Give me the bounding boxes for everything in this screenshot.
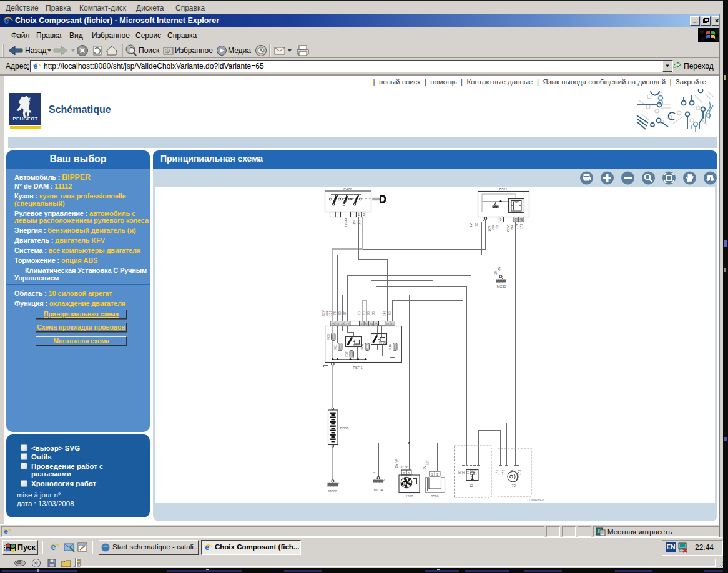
svg-text:16: 16 [336, 322, 340, 326]
svg-text:5: 5 [372, 471, 376, 473]
svg-text:29: 29 [495, 225, 499, 229]
svg-text:NR: NR [510, 225, 514, 230]
svg-text:MC14: MC14 [374, 488, 383, 492]
svg-text:2: 2 [436, 473, 438, 476]
svg-text:12--: 12-- [470, 484, 476, 487]
svg-text:PEUGEOT: PEUGEOT [12, 116, 37, 122]
svg-text:F07: F07 [345, 351, 348, 357]
svg-text:44: 44 [514, 218, 518, 222]
svg-text:12: 12 [391, 322, 395, 326]
svg-text:1: 1 [431, 473, 433, 476]
svg-text:CA00: CA00 [343, 187, 352, 191]
svg-text:PSF 1: PSF 1 [353, 366, 362, 370]
svg-text:29: 29 [370, 322, 373, 326]
svg-text:29: 29 [494, 271, 498, 275]
svg-text:5: 5 [400, 466, 404, 468]
svg-text:F16: F16 [388, 344, 392, 350]
svg-text:1510: 1510 [405, 494, 413, 498]
svg-text:Медиа: Медиа [228, 46, 251, 55]
svg-text:73: 73 [333, 311, 337, 315]
svg-text:68: 68 [366, 311, 370, 315]
svg-text:30: 30 [365, 322, 368, 326]
svg-text:NR: NR [426, 460, 430, 465]
svg-text:70: 70 [357, 311, 361, 315]
svg-text:2: 2 [363, 213, 365, 217]
svg-text:e: e [51, 542, 56, 552]
svg-text:/62: /62 [497, 266, 501, 270]
svg-text:F01: F01 [333, 344, 337, 350]
svg-text:Поиск: Поиск [139, 46, 160, 55]
svg-text:45: 45 [519, 218, 523, 222]
svg-text:26: 26 [374, 322, 378, 326]
svg-text:1V: 1V [469, 223, 473, 227]
svg-text:27: 27 [346, 322, 350, 326]
svg-text:2V NR: 2V NR [395, 458, 398, 468]
svg-text:21: 21 [360, 322, 364, 326]
svg-text:171: 171 [495, 470, 499, 476]
svg-text:F03: F03 [327, 334, 330, 340]
svg-text:BB00: BB00 [340, 426, 348, 430]
svg-text:50: 50 [388, 311, 391, 315]
svg-text:Назад: Назад [25, 46, 46, 55]
svg-text:151: 151 [357, 220, 361, 225]
svg-text:73: 73 [475, 223, 478, 227]
svg-text:173: 173 [519, 224, 523, 230]
svg-text:9: 9 [500, 218, 502, 222]
svg-text:150: 150 [352, 220, 356, 225]
svg-text:CLIMAPHER: CLIMAPHER [528, 499, 544, 502]
svg-text:M000: M000 [328, 489, 337, 493]
svg-text:28: 28 [341, 322, 345, 326]
svg-text:23: 23 [331, 322, 335, 326]
svg-text:172: 172 [501, 470, 505, 476]
svg-text:Избранное: Избранное [175, 46, 213, 55]
svg-text:69: 69 [338, 311, 342, 315]
svg-text:150: 150 [383, 311, 386, 316]
svg-text:2V: 2V [423, 465, 426, 469]
svg-text:151: 151 [328, 311, 332, 316]
svg-text:M: M [403, 482, 406, 486]
svg-text:B511: B511 [499, 187, 507, 191]
svg-text:1506: 1506 [431, 494, 438, 498]
svg-text:70: 70 [362, 311, 366, 315]
svg-text:3V NR: 3V NR [344, 218, 348, 227]
svg-text:MC30: MC30 [497, 285, 506, 288]
svg-text:9T95: 9T95 [379, 341, 386, 345]
svg-text:1: 1 [408, 471, 410, 475]
svg-text:174: 174 [514, 224, 518, 230]
svg-text:37: 37 [343, 311, 347, 315]
svg-text:16: 16 [386, 322, 390, 326]
svg-text:174: 174 [510, 470, 514, 476]
svg-text:70--: 70-- [512, 484, 518, 487]
svg-text:4: 4 [405, 466, 408, 468]
svg-text:9T97: 9T97 [353, 343, 361, 347]
svg-text:1: 1 [358, 213, 360, 217]
svg-text:38: 38 [461, 471, 465, 474]
svg-text:e: e [4, 16, 9, 26]
svg-text:2: 2 [403, 471, 405, 475]
svg-text:38: 38 [371, 311, 375, 315]
svg-text:e: e [4, 527, 8, 535]
